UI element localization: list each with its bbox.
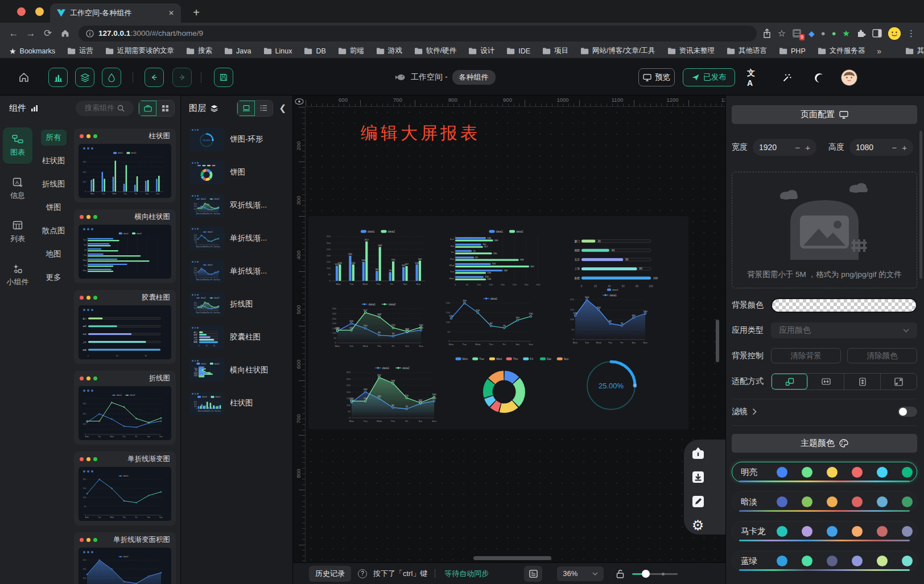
- search-input[interactable]: 搜索组件: [76, 101, 134, 116]
- tab-close-icon[interactable]: ✕: [168, 9, 174, 17]
- add-chart-button[interactable]: [48, 68, 68, 87]
- theme-color-dot[interactable]: [827, 467, 838, 478]
- url-bar[interactable]: 127.0.0.1:3000/#/chart/home/9: [79, 26, 757, 42]
- theme-row[interactable]: 明亮: [732, 462, 917, 482]
- category-item[interactable]: 柱状图: [37, 153, 71, 169]
- dark-mode-moon-icon[interactable]: [812, 71, 826, 85]
- tab-charts[interactable]: 图表: [3, 127, 32, 164]
- theme-color-dot[interactable]: [877, 526, 888, 537]
- preview-button[interactable]: 预览: [638, 68, 675, 86]
- layer-item[interactable]: 25.00% 饼图-环形: [189, 127, 292, 151]
- theme-color-dot[interactable]: [777, 496, 787, 507]
- settings-panel-scrollbar[interactable]: [919, 131, 922, 279]
- height-value[interactable]: 1080: [856, 143, 873, 152]
- browser-profile-avatar[interactable]: [888, 27, 901, 40]
- zoom-slider-knob[interactable]: [642, 570, 650, 578]
- component-card[interactable]: 折线图 data1data20100200300MonTueWedThuFriS…: [74, 371, 176, 445]
- canvas-dual-line-chart[interactable]: data1data2050100150200250300350120200150…: [327, 300, 425, 349]
- toolbox-view-button[interactable]: [139, 101, 156, 116]
- width-stepper[interactable]: 1920 −+: [753, 139, 816, 156]
- browser-tab[interactable]: 工作空间-各种组件 ✕: [50, 3, 181, 23]
- bookmark-folder[interactable]: PHP: [779, 47, 806, 55]
- canvas-gradient-area-chart[interactable]: data10501001502001202001508070110130MonT…: [565, 291, 649, 345]
- detail-settings-button[interactable]: [102, 68, 121, 87]
- layer-item[interactable]: data1data20100200300MonTueWedThuFriSatSu…: [189, 193, 292, 217]
- canvas-capsule-chart[interactable]: 20厦门40南阳60北京80上海100新疆020406080100data1: [568, 232, 660, 292]
- theme-color-dot[interactable]: [777, 526, 787, 537]
- browser-menu-icon[interactable]: ⋮: [907, 28, 916, 39]
- height-increase-button[interactable]: +: [902, 143, 907, 152]
- settings-gear-icon[interactable]: ⚙: [690, 517, 706, 533]
- user-avatar[interactable]: [841, 69, 857, 86]
- reload-icon[interactable]: ⟳: [40, 26, 56, 42]
- export-button[interactable]: [690, 445, 706, 461]
- minimize-window-button[interactable]: [35, 7, 44, 16]
- theme-color-dot[interactable]: [827, 556, 838, 566]
- fit-width-button[interactable]: [808, 374, 844, 390]
- bookmark-folder[interactable]: 网站/博客/文章/工具: [580, 46, 655, 56]
- theme-color-dot[interactable]: [877, 467, 888, 478]
- theme-color-dot[interactable]: [902, 526, 913, 537]
- import-button[interactable]: [690, 469, 706, 484]
- workspace-name-pill[interactable]: 各种组件: [452, 70, 496, 85]
- canvas-horizontal-bar-chart[interactable]: data1data2050100150200250300350130160Sun…: [444, 227, 546, 287]
- grid-view-button[interactable]: [156, 101, 174, 116]
- theme-row[interactable]: 马卡龙: [732, 521, 917, 541]
- thumbnail-view-button[interactable]: [237, 101, 255, 116]
- big-screen-title[interactable]: 编辑大屏报表: [361, 122, 480, 145]
- tab-info[interactable]: A 信息: [3, 171, 32, 207]
- bookmark-folder[interactable]: Java: [224, 47, 251, 55]
- edit-button[interactable]: [690, 494, 706, 509]
- theme-color-dot[interactable]: [902, 467, 913, 478]
- tab-list[interactable]: 列表: [3, 214, 32, 250]
- width-decrease-button[interactable]: −: [795, 143, 800, 152]
- clear-color-button[interactable]: 清除颜色: [847, 348, 917, 363]
- category-item[interactable]: 更多: [41, 270, 67, 285]
- theme-color-dot[interactable]: [852, 496, 863, 507]
- canvas-horizontal-scrollbar[interactable]: [473, 556, 551, 560]
- extension-star-icon[interactable]: ★: [843, 28, 850, 39]
- extension-circle-icon[interactable]: ●: [821, 29, 826, 38]
- layer-item[interactable]: data1data2SunSatFriThuWedTueMon 横向柱状图: [189, 358, 292, 382]
- fit-scale-button[interactable]: [772, 374, 808, 390]
- category-item[interactable]: 地图: [41, 246, 67, 262]
- quick-panel-button[interactable]: [524, 566, 542, 582]
- layer-item[interactable]: data1050100150200MonTueWedThuFriSatSun 单…: [189, 259, 292, 283]
- layer-item[interactable]: 饼图: [189, 160, 292, 184]
- theme-color-dot[interactable]: [802, 496, 812, 507]
- bookmark-folder[interactable]: 软件/硬件: [414, 46, 456, 56]
- bookmark-folder[interactable]: 项目: [542, 46, 568, 56]
- bookmark-folder[interactable]: 设计: [468, 46, 494, 56]
- theme-color-dot[interactable]: [827, 526, 838, 537]
- theme-color-dot[interactable]: [902, 496, 913, 507]
- height-stepper[interactable]: 1080 −+: [849, 139, 913, 156]
- sidebar-panel-icon[interactable]: [872, 29, 882, 38]
- list-view-button[interactable]: [255, 101, 273, 116]
- layer-item[interactable]: 厦门南阳北京上海新疆04080 胶囊柱图: [189, 325, 292, 349]
- close-window-button[interactable]: [17, 7, 26, 16]
- category-item[interactable]: 饼图: [41, 200, 67, 216]
- magic-wand-icon[interactable]: [780, 71, 794, 85]
- theme-color-dot[interactable]: [852, 556, 863, 566]
- filter-toggle[interactable]: [898, 407, 917, 417]
- theme-row[interactable]: 暗淡: [732, 491, 917, 512]
- layers-panel-button[interactable]: [75, 68, 94, 87]
- zoom-lock-icon[interactable]: [616, 569, 624, 578]
- home-icon[interactable]: [57, 26, 73, 42]
- bookmark-folder[interactable]: 文件服务器: [818, 46, 865, 56]
- bookmarks-overflow-chevron[interactable]: »: [877, 47, 881, 56]
- new-tab-button[interactable]: +: [189, 5, 204, 20]
- bookmark-folder[interactable]: 资讯未整理: [667, 46, 715, 56]
- theme-color-dot[interactable]: [777, 467, 787, 478]
- canvas-line-chart[interactable]: data1data2050100150200250300350120200150…: [341, 364, 438, 424]
- bookmark-folder[interactable]: 前端: [338, 46, 364, 56]
- theme-color-dot[interactable]: [827, 496, 838, 507]
- extension-gem-icon[interactable]: ◆: [808, 29, 815, 38]
- bookmark-folder[interactable]: IDE: [506, 47, 530, 55]
- other-bookmarks-folder[interactable]: 其他书签: [905, 46, 924, 56]
- canvas-vertical-scrollbar[interactable]: [716, 320, 719, 362]
- zoom-slider[interactable]: [632, 570, 678, 578]
- component-card[interactable]: 单折线渐变图 data1050100150200MonTueWedThuFriS…: [74, 452, 176, 525]
- back-icon[interactable]: ←: [6, 26, 22, 42]
- app-home-icon[interactable]: [17, 71, 31, 84]
